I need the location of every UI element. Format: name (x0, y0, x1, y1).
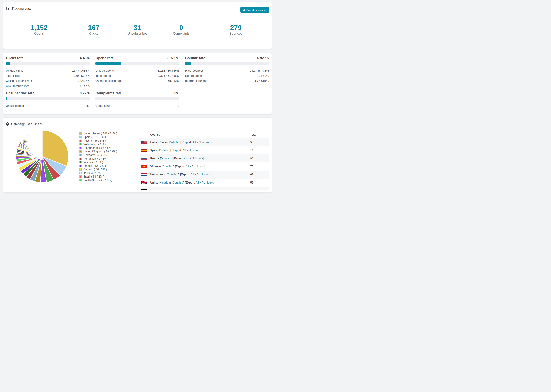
chevron-right-icon (197, 141, 198, 144)
legend-label: Vietnam ( 79 / 5% ) (83, 143, 107, 146)
export-all-link[interactable]: All (191, 173, 196, 176)
geo-table-row-spain: Spain [Details] [Export: All / Unique]12… (140, 147, 269, 154)
details-link[interactable]: Details (159, 149, 170, 152)
stat-line-label: Complaints (95, 103, 110, 108)
country-name: United States (150, 141, 168, 144)
legend-label: Russia ( 86 / 5% ) (83, 139, 106, 142)
export-all-link[interactable]: All (187, 189, 192, 190)
country-name: Spain (150, 149, 158, 152)
rate-value: 6.927% (257, 56, 269, 60)
legend-swatch (79, 161, 82, 163)
rate-name: Complaints rate (95, 91, 122, 95)
export-all-link[interactable]: All (196, 181, 201, 184)
export-all-link[interactable]: All (183, 149, 188, 152)
geo-title-text: Campaign Geo Opens (11, 122, 43, 126)
legend-item-vietnam: Vietnam ( 79 / 5% ) (79, 142, 117, 146)
export-unique-link[interactable]: Unique (192, 157, 203, 160)
export-all-link[interactable]: All (192, 141, 198, 144)
campaign-geo-opens-card: Campaign Geo Opens United States ( 541 /… (3, 118, 272, 193)
rate-progress-bar (6, 62, 90, 65)
stat-line-label: Soft bounces (185, 73, 203, 78)
dotted-leader (34, 82, 76, 82)
country-total: 121 (250, 147, 269, 154)
bar-chart-icon (6, 7, 10, 10)
rate-name: Clicks rate (6, 56, 23, 60)
export-unique-link[interactable]: Unique (193, 165, 205, 168)
chevron-right-icon (172, 165, 173, 168)
legend-item-romania: Romania ( 49 / 3% ) (79, 157, 117, 161)
geo-table-row-netherlands: Netherlands [Details] [Export: All / Uni… (140, 170, 269, 179)
legend-swatch (79, 150, 82, 153)
details-link[interactable]: Details (168, 173, 178, 176)
geo-opens-pie-chart[interactable] (15, 129, 70, 184)
details-link[interactable]: Details (161, 157, 172, 160)
chevron-right-icon (213, 181, 215, 184)
summary-stat-label: Clicks (89, 32, 98, 35)
rate-stat-line: Soft bounces18 / 0% (185, 73, 269, 78)
stat-line-value: 18 / 0% (259, 73, 269, 78)
chevron-right-icon (200, 149, 201, 152)
geo-table-scroll-area[interactable]: Country Total United States [Details] [E… (140, 131, 269, 190)
country-flag-es (141, 149, 147, 152)
legend-label: Italy ( 36 / 2% ) (83, 172, 102, 175)
rate-group-complaints-rate: Complaints rate0%Complaints0 (95, 91, 179, 108)
rate-stat-line: Click through rate4.147% (6, 84, 90, 89)
legend-label: France ( 42 / 2% ) (83, 164, 106, 168)
export-all-link[interactable]: All (186, 165, 191, 168)
map-marker-icon (6, 122, 9, 126)
legend-swatch (79, 165, 82, 167)
details-link[interactable]: Details (169, 141, 180, 144)
legend-item-russia: Russia ( 86 / 5% ) (79, 139, 117, 142)
summary-stat-label: Unsubscribes (127, 32, 148, 35)
chevron-right-icon (169, 149, 170, 152)
geo-table-header-row: Country Total (140, 131, 269, 138)
rate-value: 4.46% (80, 56, 90, 60)
geo-table-row-vietnam: Vietnam [Details] [Export: All / Unique]… (140, 162, 269, 170)
details-link[interactable]: Details (162, 165, 173, 168)
geo-table-row-germany: Germany [Details] [Export: All / Unique]… (140, 187, 269, 190)
stat-line-value: 31 (86, 103, 90, 108)
legend-swatch (79, 143, 82, 145)
stat-line-label: Internal bounces (185, 78, 207, 84)
rate-progress-bar (185, 62, 269, 65)
rate-progress-bar (6, 97, 90, 100)
geo-header: Campaign Geo Opens (3, 118, 272, 128)
rate-group-unsubscribe-rate: Unsubscribe rate0.77%Unsubscribes31 (6, 91, 90, 108)
dotted-leader (26, 107, 85, 107)
geo-table: Country Total United States [Details] [E… (140, 131, 269, 190)
stat-line-label: Hard bounces (185, 68, 204, 73)
chevron-right-icon (190, 165, 191, 168)
chevron-right-icon (170, 157, 172, 160)
stat-line-label: Click through rate (6, 84, 29, 89)
chevron-right-icon (202, 157, 203, 160)
stat-line-value: 4.147% (80, 84, 90, 89)
summary-stat-value: 31 (134, 24, 141, 31)
header-divider (6, 14, 269, 14)
export-unique-link[interactable]: Unique (190, 149, 202, 152)
geo-table-row-united-kingdom: United Kingdom [Details] [Export: All / … (140, 179, 269, 187)
chevron-right-icon (203, 165, 205, 168)
legend-swatch (79, 179, 82, 181)
export-all-link[interactable]: All (184, 157, 189, 160)
geo-header-divider (6, 128, 269, 128)
rate-stat-line: Unique opens1,152 / 30.736% (95, 68, 179, 73)
country-name: Germany (150, 189, 162, 190)
dotted-leader (113, 77, 156, 77)
details-link[interactable]: Details (164, 189, 175, 190)
export-basic-stats-button[interactable]: Export basic stats (240, 7, 269, 13)
stat-line-value: 167 / 4.456% (72, 68, 90, 73)
dotted-leader (205, 72, 248, 72)
export-unique-link[interactable]: Unique (200, 141, 212, 144)
legend-swatch (79, 136, 82, 138)
chevron-right-icon (186, 149, 188, 152)
chevron-right-icon (182, 181, 184, 184)
details-link[interactable]: Details (172, 181, 184, 184)
chevron-right-icon (188, 157, 189, 160)
country-name: Vietnam (150, 165, 161, 168)
dotted-leader (209, 82, 253, 82)
stat-line-label: Opens to clicks rate (95, 78, 122, 84)
export-unique-link[interactable]: Unique (204, 181, 215, 184)
legend-item-south-africa: South Africa ( 29 / 2% ) (79, 178, 117, 182)
export-unique-link[interactable]: Unique (195, 189, 206, 190)
export-unique-link[interactable]: Unique (198, 173, 210, 176)
